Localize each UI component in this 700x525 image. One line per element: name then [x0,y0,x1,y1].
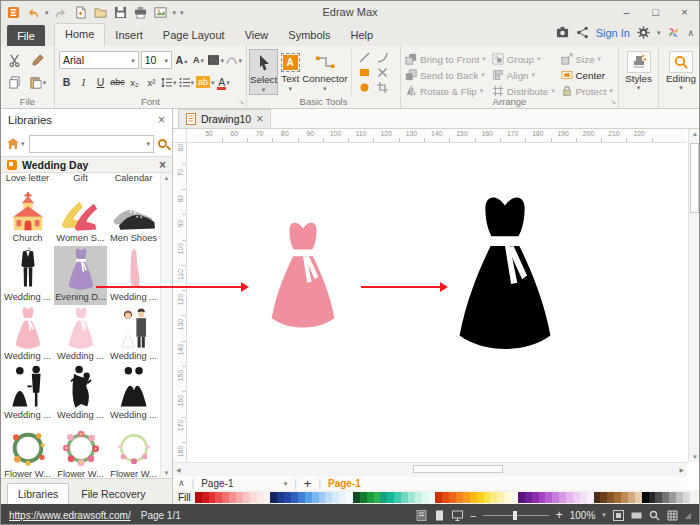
color-swatch[interactable] [264,492,271,503]
arc-tool-icon[interactable] [375,50,390,65]
ellipse-tool-icon[interactable] [357,80,372,95]
color-swatch[interactable] [490,492,497,503]
paste-button[interactable]: ▾ [25,76,51,89]
library-item-tux[interactable]: Wedding ... [1,246,54,305]
color-swatch[interactable] [456,492,463,503]
search-icon[interactable] [158,139,167,148]
color-swatch[interactable] [305,492,312,503]
rectangle-tool-icon[interactable] [357,65,372,80]
color-swatch[interactable] [662,492,669,503]
color-swatch[interactable] [394,492,401,503]
font-dialog-launcher[interactable]: ↘ [238,98,244,106]
library-item-slim[interactable]: Wedding ... [107,246,160,305]
arrange-group-button[interactable]: Group▾ [491,51,557,67]
library-item-gown[interactable]: Wedding ... [1,305,54,364]
bullets-button[interactable]: ▾ [179,73,195,91]
styles-button[interactable]: Styles ▾ [621,49,656,91]
resize-grip[interactable]: ◢ [685,511,691,520]
minimize-button[interactable]: – [612,1,641,22]
color-swatch[interactable] [250,492,257,503]
text-background-button[interactable]: ▾ [208,51,224,69]
document-tab[interactable]: Drawing10 × [178,109,271,128]
library-item-wreath1[interactable]: Flower W... [1,423,54,478]
zoom-slider-thumb[interactable] [513,511,517,520]
library-item-wreath3[interactable]: Flower W... [107,423,160,478]
color-swatch[interactable] [353,492,360,503]
color-swatch[interactable] [195,492,202,503]
library-item-gown[interactable]: Evening D... [54,246,107,305]
color-swatch[interactable] [332,492,339,503]
close-button[interactable]: × [670,1,699,22]
color-swatch[interactable] [415,492,422,503]
format-painter-button[interactable] [25,54,51,67]
subscript-button[interactable]: x₂ [127,73,142,91]
color-swatch[interactable] [312,492,319,503]
arrange-center-button[interactable]: Center [560,67,615,83]
color-swatch[interactable] [628,492,635,503]
undo-button[interactable] [25,4,41,20]
scroll-up-icon[interactable]: ▲ [164,175,170,181]
color-swatch[interactable] [635,492,642,503]
library-item-sil1[interactable]: Wedding ... [1,364,54,423]
arrange-align-button[interactable]: Align▾ [491,67,557,83]
color-swatch[interactable] [642,492,649,503]
library-item-wreath2[interactable]: Flower W... [54,423,107,478]
library-group-header[interactable]: Wedding Day × [1,156,172,173]
color-swatch[interactable] [655,492,662,503]
color-swatch[interactable] [607,492,614,503]
arrange-size-button[interactable]: Size▾ [560,51,615,67]
settings-caret-icon[interactable]: ▾ [657,29,661,36]
library-scrollbar[interactable]: ▲ ▼ [160,173,172,478]
color-swatch[interactable] [614,492,621,503]
color-swatch[interactable] [422,492,429,503]
library-search-input[interactable]: ▾ [29,135,154,153]
color-swatch[interactable] [559,492,566,503]
tab-view[interactable]: View [235,25,279,46]
vertical-scroll-thumb[interactable] [690,143,699,213]
color-swatch[interactable] [257,492,264,503]
export-button[interactable] [153,4,169,20]
scroll-up-icon[interactable]: ▲ [692,131,698,137]
tab-page-layout[interactable]: Page Layout [153,25,235,46]
tab-symbols[interactable]: Symbols [278,25,340,46]
file-menu-button[interactable]: File [7,25,45,46]
font-color-button[interactable]: A ▾ [217,73,232,91]
tab-home[interactable]: Home [54,23,105,46]
color-swatch[interactable] [243,492,250,503]
library-item-shoes[interactable]: Men Shoes [107,187,160,246]
color-swatch[interactable] [435,492,442,503]
text-highlight-button[interactable]: ab ▾ [196,73,215,91]
color-swatch[interactable] [690,492,697,503]
color-swatch[interactable] [291,492,298,503]
color-swatch[interactable] [511,492,518,503]
add-page-button[interactable]: + [304,476,312,491]
line-spacing-button[interactable]: ▾ [161,73,177,91]
color-swatch[interactable] [360,492,367,503]
color-swatch[interactable] [270,492,277,503]
sign-in-link[interactable]: Sign In [596,27,630,39]
line-tool-icon[interactable] [357,50,372,65]
color-swatch[interactable] [484,492,491,503]
color-swatch[interactable] [236,492,243,503]
zoom-out-button[interactable]: – [470,510,476,521]
scroll-down-icon[interactable]: ▼ [692,454,698,460]
color-swatch[interactable] [525,492,532,503]
tab-libraries[interactable]: Libraries [7,483,69,504]
library-item-sil2[interactable]: Wedding ... [54,364,107,423]
close-panel-icon[interactable]: × [158,113,165,127]
color-swatch[interactable] [222,492,229,503]
library-item-couple[interactable]: Wedding ... [107,305,160,364]
tab-insert[interactable]: Insert [105,25,153,46]
grid-toggle-icon[interactable] [667,510,678,521]
font-size-select[interactable]: 10 ▾ [141,51,172,69]
maximize-button[interactable]: □ [641,1,670,22]
text-tool-button[interactable]: A Text ▾ [278,49,302,95]
scroll-left-icon[interactable]: ◀ [176,466,181,473]
color-swatch[interactable] [408,492,415,503]
horizontal-scroll-thumb[interactable] [413,465,503,473]
strikethrough-button[interactable]: abc [110,73,125,91]
connector-tool-button[interactable]: Connector ▾ [302,49,347,95]
library-item-church[interactable]: Church [1,187,54,246]
increase-font-button[interactable]: A▴ [174,51,189,69]
copy-button[interactable] [5,76,25,89]
